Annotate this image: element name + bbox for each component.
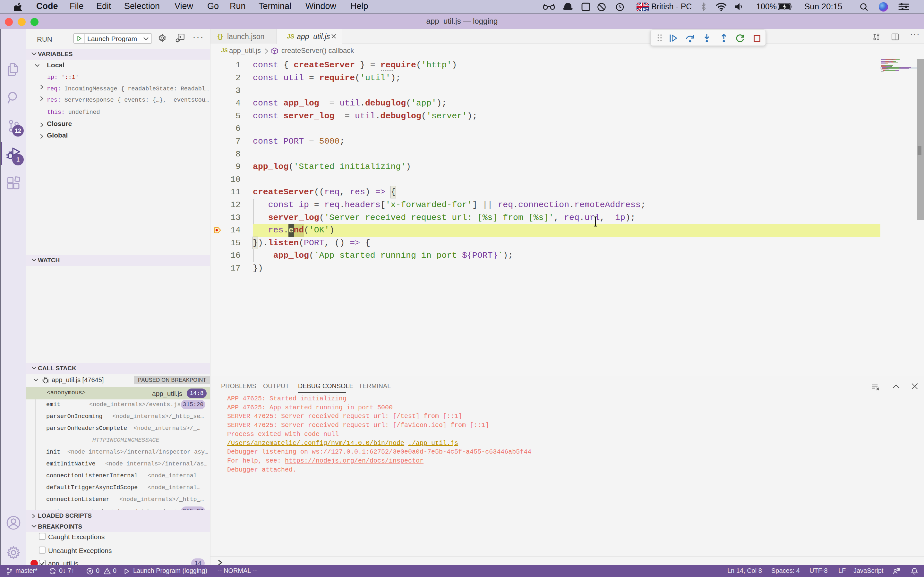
svg-text:PC: PC bbox=[643, 7, 648, 11]
